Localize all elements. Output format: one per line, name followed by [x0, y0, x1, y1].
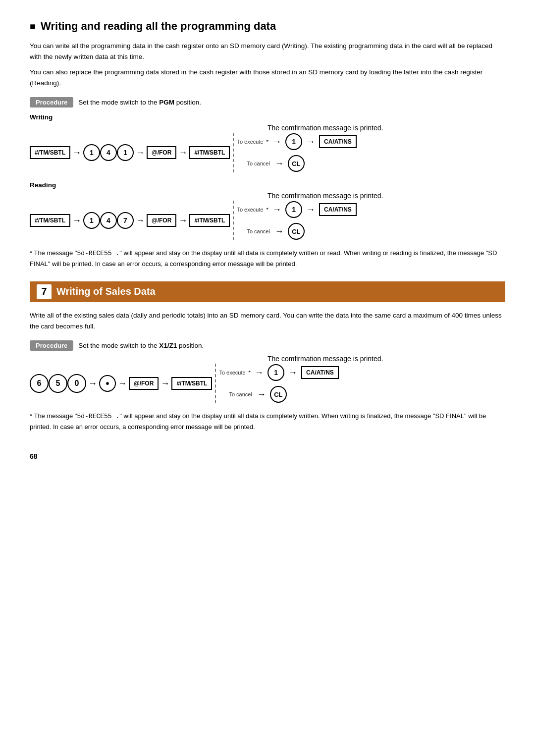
reading-cancel-row: To cancel → CL	[247, 223, 356, 240]
writing-ca-at-ns: CA/AT/NS	[319, 135, 357, 148]
procedure-text-2: Set the mode switch to the X1/Z1 positio…	[78, 342, 204, 349]
reading-exec-arrow: →	[272, 205, 281, 214]
reading-to-cancel: To cancel	[247, 228, 269, 234]
sec2-exec-arrow: →	[255, 368, 264, 377]
writing-execute-row: To execute * → 1 → CA/AT/NS	[237, 133, 356, 150]
reading-node1: #/TM/SBTL	[30, 214, 70, 227]
writing-num2: 4	[100, 144, 117, 161]
procedure-row-2: Procedure Set the mode switch to the X1/…	[30, 340, 505, 351]
section1-note-mono: 5d-RECE55 .	[77, 250, 119, 257]
writing-num1: 1	[83, 144, 100, 161]
sec2-arrow1: →	[88, 379, 97, 388]
section2-header-bar: 7 Writing of Sales Data	[30, 281, 505, 302]
reading-atfor: @/FOR	[147, 214, 176, 227]
reading-full-flow: #/TM/SBTL → 1 4 7 → @/FOR → #/TM/SBTL To…	[30, 201, 505, 240]
sec2-cancel-row: To cancel → CL	[229, 386, 338, 403]
section2-title: Writing of Sales Data	[56, 286, 156, 297]
writing-dashed	[233, 133, 234, 172]
writing-to-cancel: To cancel	[247, 161, 269, 166]
sec2-dashed	[215, 364, 216, 403]
sec2-arrow3: →	[160, 379, 169, 388]
section2-num: 7	[37, 284, 52, 299]
sec2-dot: •	[99, 375, 116, 392]
sec2-exec-num: 1	[268, 364, 284, 381]
sec2-node1: #/TM/SBTL	[171, 377, 212, 390]
section2-body: Write all of the existing sales data (da…	[30, 310, 505, 331]
reading-confirm-msg: The comfirmation message is printed.	[268, 192, 383, 200]
sec2-ca-at-ns: CA/AT/NS	[301, 366, 339, 379]
procedure-row-1: Procedure Set the mode switch to the PGM…	[30, 97, 505, 108]
reading-cancel-arrow: →	[275, 227, 284, 236]
reading-execute-row: To execute * → 1 → CA/AT/NS	[237, 201, 356, 218]
section2-confirm-msg: The comfirmation message is printed.	[268, 355, 383, 363]
section2: 7 Writing of Sales Data Write all of the…	[30, 281, 505, 432]
sec2-num3: 0	[67, 374, 86, 393]
writing-cancel-arrow: →	[275, 159, 284, 168]
sec2-cl: CL	[270, 386, 287, 403]
reading-node2: #/TM/SBTL	[189, 214, 230, 227]
writing-flow-left: #/TM/SBTL → 1 4 1 → @/FOR → #/TM/SBTL	[30, 144, 230, 161]
writing-flow-diagram: The comfirmation message is printed. #/T…	[30, 124, 505, 172]
sec2-num2: 5	[49, 374, 67, 393]
writing-confirm-msg: The comfirmation message is printed.	[268, 124, 383, 132]
writing-arrow2: →	[136, 148, 145, 157]
sec2-arrow2: →	[118, 379, 127, 388]
writing-cl: CL	[288, 155, 305, 172]
reading-num3: 7	[117, 212, 134, 229]
procedure-badge-2: Procedure	[30, 340, 73, 351]
writing-num3: 1	[117, 144, 134, 161]
reading-star: *	[267, 207, 268, 213]
writing-cancel-row: To cancel → CL	[247, 155, 356, 172]
writing-exec-arrow2: →	[306, 137, 315, 146]
page-number: 68	[30, 452, 505, 460]
writing-node2: #/TM/SBTL	[189, 146, 230, 159]
section2-flow-diagram: The comfirmation message is printed. 6 5…	[30, 355, 505, 403]
writing-atfor: @/FOR	[147, 146, 176, 159]
section1-note: * The message "5d-RECE55 ." will appear …	[30, 248, 505, 270]
section2-note-mono: 5d-RECE55 .	[77, 413, 119, 420]
section1-body2: You can also replace the programming dat…	[30, 67, 505, 88]
sec2-to-execute: To execute	[219, 370, 245, 376]
reading-arrow3: →	[178, 216, 187, 225]
reading-num2: 4	[100, 212, 117, 229]
section1-title: Writing and reading all the programming …	[30, 20, 505, 33]
writing-exec-num: 1	[285, 133, 302, 150]
reading-exec-arrow2: →	[306, 205, 315, 214]
writing-label: Writing	[30, 113, 505, 121]
reading-ca-at-ns: CA/AT/NS	[319, 203, 357, 216]
sec2-cancel-arrow: →	[257, 390, 266, 399]
reading-flow-left: #/TM/SBTL → 1 4 7 → @/FOR → #/TM/SBTL	[30, 212, 230, 229]
section1-body1: You can write all the programming data i…	[30, 41, 505, 62]
writing-node1: #/TM/SBTL	[30, 146, 70, 159]
writing-star: *	[267, 139, 268, 145]
reading-arrow1: →	[72, 216, 81, 225]
sec2-execute-row: To execute * → 1 → CA/AT/NS	[219, 364, 338, 381]
reading-to-execute: To execute	[237, 207, 263, 213]
reading-label: Reading	[30, 181, 505, 189]
writing-arrow1: →	[72, 148, 81, 157]
writing-right-block: To execute * → 1 → CA/AT/NS To cancel → …	[237, 133, 356, 172]
reading-dashed	[233, 201, 234, 240]
sec2-num1: 6	[30, 374, 49, 393]
writing-to-execute: To execute	[237, 139, 263, 145]
reading-cl: CL	[288, 223, 305, 240]
section1: Writing and reading all the programming …	[30, 20, 505, 270]
procedure-badge-1: Procedure	[30, 97, 73, 108]
reading-flow-diagram: The comfirmation message is printed. #/T…	[30, 192, 505, 240]
sec2-star: *	[249, 370, 251, 376]
sec2-atfor: @/FOR	[129, 377, 159, 390]
sec2-exec-arrow2: →	[288, 368, 297, 377]
section2-flow-left: 6 5 0 → • → @/FOR → #/TM/SBTL	[30, 374, 212, 393]
reading-right-block: To execute * → 1 → CA/AT/NS To cancel → …	[237, 201, 356, 240]
writing-arrow3: →	[178, 148, 187, 157]
sec2-to-cancel: To cancel	[229, 391, 252, 397]
section2-note: * The message "5d-RECE55 ." will appear …	[30, 411, 505, 432]
reading-exec-num: 1	[285, 201, 302, 218]
reading-num1: 1	[83, 212, 100, 229]
sec2-right-block: To execute * → 1 → CA/AT/NS To cancel → …	[219, 364, 338, 403]
section2-full-flow: 6 5 0 → • → @/FOR → #/TM/SBTL To execute…	[30, 364, 505, 403]
procedure-text-1: Set the mode switch to the PGM position.	[78, 99, 201, 106]
writing-full-flow: #/TM/SBTL → 1 4 1 → @/FOR → #/TM/SBTL To…	[30, 133, 505, 172]
reading-arrow2: →	[136, 216, 145, 225]
writing-exec-arrow: →	[272, 137, 281, 146]
